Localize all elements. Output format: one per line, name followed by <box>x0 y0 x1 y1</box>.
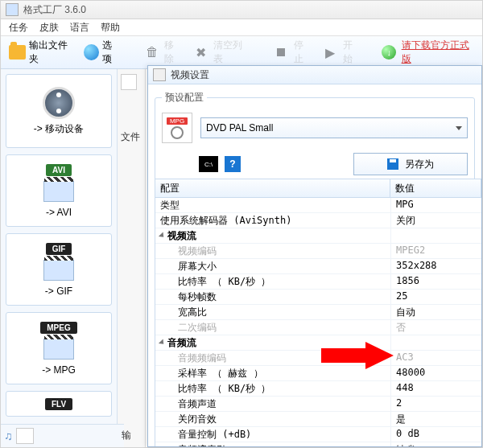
clapboard-icon <box>43 339 74 360</box>
globe-icon <box>84 44 99 60</box>
clapboard-icon <box>43 260 74 281</box>
preset-group-label: 预设配置 <box>162 91 207 105</box>
preset-value: DVD PAL Small <box>206 122 273 134</box>
film-reel-icon <box>43 87 75 119</box>
main-toolbar: 输出文件夹 选项 🗑 移除 ✖ 清空列表 ⏹ 停止 ▶ 开始 ↓ 请下 <box>1 35 482 69</box>
dialog-title: 视频设置 <box>171 68 209 82</box>
app-window: 格式工厂 3.6.0 任务 皮肤 语言 帮助 输出文件夹 选项 🗑 移除 ✖ 清… <box>0 0 483 448</box>
bottom-strip: ♫ <box>1 424 124 447</box>
save-as-button[interactable]: 另存为 <box>353 153 468 175</box>
music-icon[interactable]: ♫ <box>4 430 13 442</box>
mid-pane: 文件 <box>118 69 146 447</box>
mpg-format-icon: MPG <box>162 113 192 143</box>
mobile-device-card[interactable]: -> 移动设备 <box>6 74 112 148</box>
titlebar: 格式工厂 3.6.0 <box>1 1 482 19</box>
bottom-icon <box>16 428 34 444</box>
col-value[interactable]: 数值 <box>390 179 481 197</box>
stop-button[interactable]: ⏹ 停止 <box>269 37 315 68</box>
small-icon <box>121 74 137 90</box>
menu-lang[interactable]: 语言 <box>70 21 89 35</box>
table-row[interactable]: 音频频编码AC3 <box>155 351 481 366</box>
dialog-icon <box>153 68 166 81</box>
table-row[interactable]: 采样率 （ 赫兹 ）48000 <box>155 366 481 381</box>
start-label: 开始 <box>343 39 361 66</box>
mpeg-badge: MPEG <box>40 322 76 334</box>
start-icon: ▶ <box>321 43 340 62</box>
table-row[interactable]: 每秒帧数25 <box>155 290 481 305</box>
start-button[interactable]: ▶ 开始 <box>318 37 364 68</box>
mobile-device-label: -> 移动设备 <box>34 122 84 136</box>
format-card-mpg[interactable]: MPEG -> MPG <box>6 312 112 384</box>
table-header: 配置 数值 <box>155 179 481 198</box>
table-row[interactable]: 关闭音效是 <box>155 412 481 427</box>
clear-list-label: 清空列表 <box>213 39 250 66</box>
format-card-flv[interactable]: FLV <box>6 391 112 417</box>
folder-icon <box>9 45 26 60</box>
clear-list-button[interactable]: ✖ 清空列表 <box>188 37 253 68</box>
format-card-avi[interactable]: AVI -> AVI <box>6 154 112 227</box>
cmd-icon[interactable]: C:\ <box>199 156 218 172</box>
table-row[interactable]: 宽高比自动 <box>155 305 481 320</box>
video-settings-dialog: 视频设置 预设配置 MPG DVD PAL Small C:\ ? <box>147 65 482 447</box>
table-row[interactable]: 视频编码MPEG2 <box>155 244 481 259</box>
menubar: 任务 皮肤 语言 帮助 <box>1 19 482 35</box>
left-pane: -> 移动设备 AVI -> AVI GIF -> GIF MPEG -> MP… <box>1 69 118 447</box>
table-row[interactable]: 使用系统解码器 (AviSynth)关闭 <box>155 213 481 228</box>
table-row[interactable]: 比特率 （ KB/秒 ）448 <box>155 381 481 397</box>
window-title: 格式工厂 3.6.0 <box>23 3 86 17</box>
avi-label: -> AVI <box>46 207 72 218</box>
dialog-titlebar: 视频设置 <box>148 66 481 84</box>
remove-label: 移除 <box>164 39 183 66</box>
menu-task[interactable]: 任务 <box>9 21 28 35</box>
table-row[interactable]: 比特率 （ KB/秒 ）1856 <box>155 274 481 290</box>
clear-icon: ✖ <box>192 43 210 62</box>
gif-badge: GIF <box>46 243 72 255</box>
save-as-label: 另存为 <box>405 158 434 171</box>
avi-badge: AVI <box>46 164 72 176</box>
table-row[interactable]: 视频流 <box>155 228 481 244</box>
red-arrow-annotation <box>321 342 394 369</box>
table-row[interactable]: 音频流 <box>155 335 481 351</box>
mpg-label: -> MPG <box>42 364 76 376</box>
output-folder-label: 输出文件夹 <box>29 39 74 66</box>
download-official-button[interactable]: ↓ 请下载官方正式版 <box>377 37 477 68</box>
options-label: 选项 <box>102 39 121 66</box>
output-folder-button[interactable]: 输出文件夹 <box>6 37 77 68</box>
app-icon <box>6 3 19 16</box>
clapboard-icon <box>43 181 74 202</box>
table-row[interactable]: 类型MPG <box>155 198 481 213</box>
menu-help[interactable]: 帮助 <box>101 21 120 35</box>
options-button[interactable]: 选项 <box>80 37 123 68</box>
svg-marker-0 <box>321 342 394 369</box>
stop-label: 停止 <box>294 39 312 66</box>
save-icon <box>387 158 398 170</box>
preset-dropdown[interactable]: DVD PAL Small <box>200 117 468 138</box>
download-official-label: 请下载官方正式版 <box>402 39 474 66</box>
file-label: 文件 <box>121 130 142 144</box>
table-row[interactable]: 音量控制 (+dB)0 dB <box>155 427 481 442</box>
stop-icon: ⏹ <box>272 43 291 62</box>
mpg-tag: MPG <box>167 117 188 125</box>
col-setting[interactable]: 配置 <box>155 179 390 197</box>
settings-table: 配置 数值 类型MPG使用系统解码器 (AviSynth)关闭视频流视频编码MP… <box>155 179 481 446</box>
table-row[interactable]: 音频流索引缺省 <box>155 442 481 446</box>
table-row[interactable]: 音频声道2 <box>155 397 481 412</box>
table-row[interactable]: 屏幕大小352x288 <box>155 259 481 274</box>
remove-icon: 🗑 <box>142 43 161 62</box>
preset-groupbox: 预设配置 MPG DVD PAL Small C:\ ? 另存为 <box>155 91 475 184</box>
chevron-down-icon <box>456 126 462 130</box>
table-row[interactable]: 二次编码否 <box>155 320 481 335</box>
remove-button[interactable]: 🗑 移除 <box>139 37 185 68</box>
help-icon[interactable]: ? <box>225 156 241 172</box>
download-icon: ↓ <box>380 43 398 62</box>
menu-skin[interactable]: 皮肤 <box>39 21 59 35</box>
output-short-label: 输 <box>122 429 131 442</box>
format-card-gif[interactable]: GIF -> GIF <box>6 233 112 306</box>
table-body: 类型MPG使用系统解码器 (AviSynth)关闭视频流视频编码MPEG2屏幕大… <box>155 198 481 446</box>
flv-badge: FLV <box>45 398 72 410</box>
gif-label: -> GIF <box>45 286 72 297</box>
